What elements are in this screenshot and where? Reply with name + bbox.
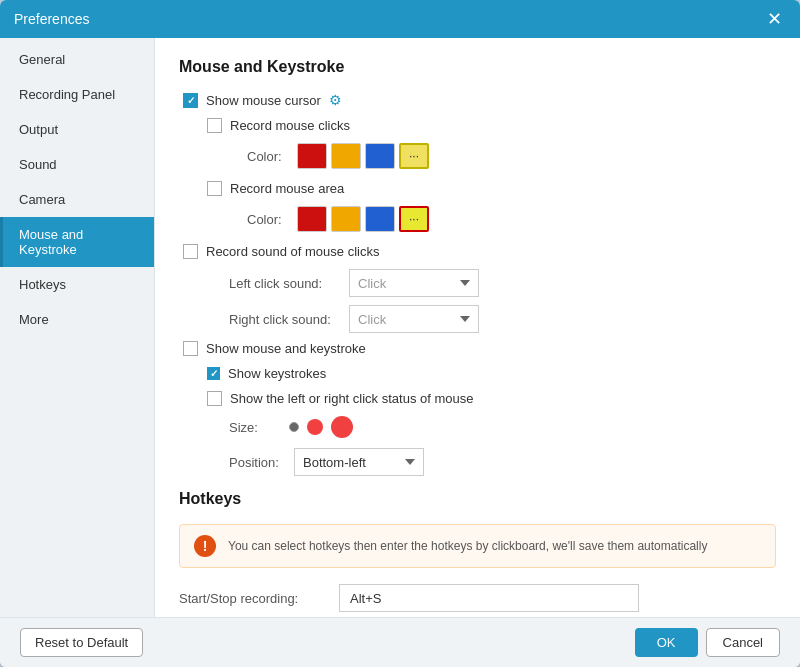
- size-row: Size:: [179, 416, 776, 438]
- sidebar-item-camera[interactable]: Camera: [0, 182, 154, 217]
- ok-button[interactable]: OK: [635, 628, 698, 657]
- show-click-status-checkbox[interactable]: [207, 391, 222, 406]
- show-keystrokes-label: Show keystrokes: [228, 366, 326, 381]
- close-button[interactable]: ✕: [763, 8, 786, 30]
- main-content: Mouse and Keystroke Show mouse cursor ⚙ …: [155, 38, 800, 617]
- color-more-button-1[interactable]: ···: [399, 143, 429, 169]
- right-click-sound-select[interactable]: Click: [349, 305, 479, 333]
- left-click-sound-select[interactable]: Click: [349, 269, 479, 297]
- show-mouse-cursor-checkbox[interactable]: [183, 93, 198, 108]
- preferences-dialog: Preferences ✕ General Recording Panel Ou…: [0, 0, 800, 667]
- size-label: Size:: [229, 420, 289, 435]
- show-click-status-label: Show the left or right click status of m…: [230, 391, 474, 406]
- hotkeys-info-box: ! You can select hotkeys then enter the …: [179, 524, 776, 568]
- show-mouse-keystroke-row: Show mouse and keystroke: [179, 341, 776, 356]
- hotkeys-title: Hotkeys: [179, 490, 776, 508]
- color-swatch-orange-1[interactable]: [331, 143, 361, 169]
- sidebar-item-mouse-keystroke[interactable]: Mouse and Keystroke: [0, 217, 154, 267]
- mouse-keystroke-title: Mouse and Keystroke: [179, 58, 776, 76]
- dialog-title: Preferences: [14, 11, 89, 27]
- show-keystrokes-row: Show keystrokes: [179, 366, 776, 381]
- right-click-sound-label: Right click sound:: [229, 312, 349, 327]
- color-row-2: Color: ···: [179, 206, 776, 232]
- reset-button[interactable]: Reset to Default: [20, 628, 143, 657]
- sidebar-item-output[interactable]: Output: [0, 112, 154, 147]
- gear-icon[interactable]: ⚙: [329, 92, 342, 108]
- left-click-sound-row: Left click sound: Click: [179, 269, 776, 297]
- size-medium-dot[interactable]: [307, 419, 323, 435]
- title-bar: Preferences ✕: [0, 0, 800, 38]
- show-mouse-cursor-row: Show mouse cursor ⚙: [179, 92, 776, 108]
- hotkeys-info-text: You can select hotkeys then enter the ho…: [228, 539, 707, 553]
- position-label: Position:: [229, 455, 294, 470]
- sidebar-item-sound[interactable]: Sound: [0, 147, 154, 182]
- color-swatch-red-2[interactable]: [297, 206, 327, 232]
- footer-right: OK Cancel: [635, 628, 780, 657]
- color-swatch-red-1[interactable]: [297, 143, 327, 169]
- sidebar-item-hotkeys[interactable]: Hotkeys: [0, 267, 154, 302]
- show-mouse-cursor-label: Show mouse cursor: [206, 93, 321, 108]
- color-row-1: Color: ···: [179, 143, 776, 169]
- record-mouse-area-checkbox[interactable]: [207, 181, 222, 196]
- color-more-button-2[interactable]: ···: [399, 206, 429, 232]
- dialog-body: General Recording Panel Output Sound Cam…: [0, 38, 800, 617]
- left-click-sound-label: Left click sound:: [229, 276, 349, 291]
- sidebar-item-recording-panel[interactable]: Recording Panel: [0, 77, 154, 112]
- size-large-dot[interactable]: [331, 416, 353, 438]
- show-mouse-keystroke-label: Show mouse and keystroke: [206, 341, 366, 356]
- record-sound-checkbox[interactable]: [183, 244, 198, 259]
- start-stop-label: Start/Stop recording:: [179, 591, 339, 606]
- sidebar: General Recording Panel Output Sound Cam…: [0, 38, 155, 617]
- start-stop-row: Start/Stop recording:: [179, 584, 776, 612]
- record-mouse-area-row: Record mouse area: [179, 181, 776, 196]
- record-sound-row: Record sound of mouse clicks: [179, 244, 776, 259]
- info-icon: !: [194, 535, 216, 557]
- color-swatch-blue-1[interactable]: [365, 143, 395, 169]
- dialog-footer: Reset to Default OK Cancel: [0, 617, 800, 667]
- record-mouse-area-label: Record mouse area: [230, 181, 344, 196]
- show-click-status-row: Show the left or right click status of m…: [179, 391, 776, 406]
- color-swatch-blue-2[interactable]: [365, 206, 395, 232]
- record-mouse-clicks-label: Record mouse clicks: [230, 118, 350, 133]
- record-sound-label: Record sound of mouse clicks: [206, 244, 379, 259]
- color-label-2: Color:: [247, 212, 287, 227]
- size-small-dot[interactable]: [289, 422, 299, 432]
- cancel-button[interactable]: Cancel: [706, 628, 780, 657]
- sidebar-item-more[interactable]: More: [0, 302, 154, 337]
- record-mouse-clicks-row: Record mouse clicks: [179, 118, 776, 133]
- show-mouse-keystroke-checkbox[interactable]: [183, 341, 198, 356]
- sidebar-item-general[interactable]: General: [0, 42, 154, 77]
- position-row: Position: Bottom-left Bottom-right Top-l…: [179, 448, 776, 476]
- start-stop-input[interactable]: [339, 584, 639, 612]
- position-select[interactable]: Bottom-left Bottom-right Top-left Top-ri…: [294, 448, 424, 476]
- color-label-1: Color:: [247, 149, 287, 164]
- record-mouse-clicks-checkbox[interactable]: [207, 118, 222, 133]
- right-click-sound-row: Right click sound: Click: [179, 305, 776, 333]
- color-swatch-orange-2[interactable]: [331, 206, 361, 232]
- show-keystrokes-checkbox[interactable]: [207, 367, 220, 380]
